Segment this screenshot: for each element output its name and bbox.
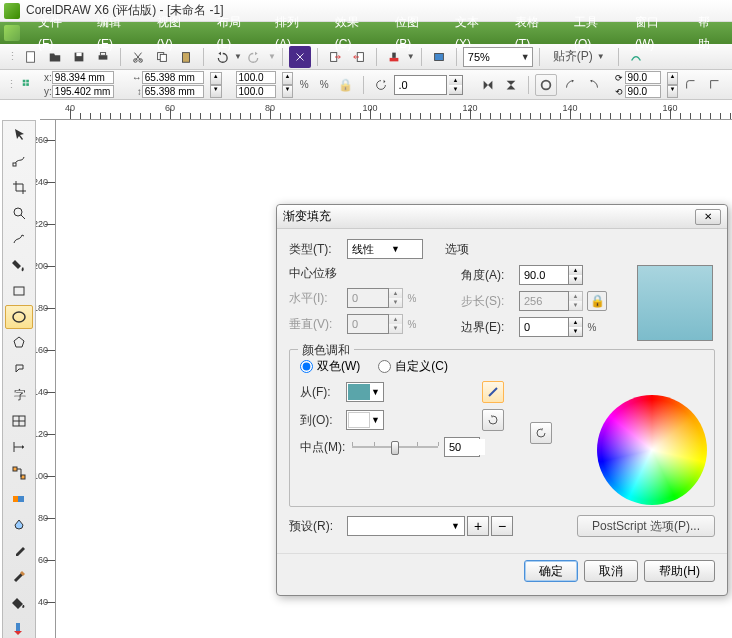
smart-fill-icon[interactable] bbox=[5, 253, 33, 277]
custom-radio[interactable]: 自定义(C) bbox=[378, 358, 448, 375]
close-icon[interactable]: ✕ bbox=[695, 209, 721, 225]
dimension-tool-icon[interactable] bbox=[5, 435, 33, 459]
edge-field[interactable] bbox=[519, 317, 569, 337]
mirror-h-icon[interactable] bbox=[477, 74, 499, 96]
color-wheel[interactable] bbox=[597, 395, 707, 505]
x-input[interactable] bbox=[52, 71, 114, 84]
corner2-input[interactable] bbox=[625, 85, 661, 98]
two-color-radio[interactable]: 双色(W) bbox=[300, 358, 360, 375]
path-ccw-icon[interactable] bbox=[530, 422, 552, 444]
mirror-v-icon[interactable] bbox=[501, 74, 523, 96]
postscript-button[interactable]: PostScript 选项(P)... bbox=[577, 515, 715, 537]
redo-icon[interactable] bbox=[244, 46, 266, 68]
polygon-tool-icon[interactable] bbox=[5, 331, 33, 355]
toolbar-grip[interactable]: ⋮ bbox=[6, 46, 18, 68]
paste-icon[interactable] bbox=[175, 46, 197, 68]
publish-icon[interactable] bbox=[383, 46, 405, 68]
edge-spinner[interactable]: ▲▼ bbox=[569, 317, 583, 337]
preset-input[interactable] bbox=[352, 518, 448, 534]
copy-icon[interactable] bbox=[151, 46, 173, 68]
arc-right-icon[interactable] bbox=[583, 74, 605, 96]
horizontal-ruler[interactable]: /* populated below */ 406080100120140160 bbox=[40, 100, 732, 120]
open-icon[interactable] bbox=[44, 46, 66, 68]
corner1-input[interactable] bbox=[625, 71, 661, 84]
corner-icon-b[interactable] bbox=[704, 74, 726, 96]
undo-icon[interactable] bbox=[210, 46, 232, 68]
dropdown-arrow-icon[interactable]: ▼ bbox=[371, 387, 382, 397]
scale-x-input[interactable] bbox=[236, 71, 276, 84]
angle-input[interactable] bbox=[524, 267, 560, 283]
freehand-tool-icon[interactable] bbox=[5, 227, 33, 251]
print-icon[interactable] bbox=[92, 46, 114, 68]
ok-button[interactable]: 确定 bbox=[524, 560, 578, 582]
from-color-button[interactable]: ▼ bbox=[346, 382, 384, 402]
menu-help[interactable]: 帮助 bbox=[688, 11, 732, 55]
zoom-combo[interactable]: ▼ bbox=[463, 47, 533, 67]
path-cw-icon[interactable] bbox=[482, 409, 504, 431]
vertical-ruler[interactable]: 260240220200180160140120100806040 bbox=[36, 120, 56, 638]
corner-spinner[interactable]: ▲▼ bbox=[667, 72, 679, 98]
interactive-fill-icon[interactable] bbox=[5, 617, 33, 638]
preset-add-button[interactable]: + bbox=[467, 516, 489, 536]
ellipse-tool-icon[interactable] bbox=[5, 305, 33, 329]
blend-tool-icon[interactable] bbox=[5, 487, 33, 511]
table-tool-icon[interactable] bbox=[5, 409, 33, 433]
options-icon[interactable] bbox=[625, 46, 647, 68]
rectangle-tool-icon[interactable] bbox=[5, 279, 33, 303]
two-color-radio-input[interactable] bbox=[300, 360, 313, 373]
zoom-input[interactable] bbox=[468, 49, 518, 65]
rotation-field[interactable] bbox=[394, 75, 447, 95]
custom-radio-input[interactable] bbox=[378, 360, 391, 373]
preset-combo[interactable]: ▼ bbox=[347, 516, 465, 536]
type-combo[interactable]: ▼ bbox=[347, 239, 423, 259]
text-tool-icon[interactable]: 字 bbox=[5, 383, 33, 407]
midpoint-input[interactable] bbox=[449, 439, 485, 455]
corner-icon-a[interactable] bbox=[680, 74, 702, 96]
dropdown-arrow-icon[interactable]: ▼ bbox=[371, 415, 382, 425]
y-input[interactable] bbox=[52, 85, 114, 98]
rotation-input[interactable] bbox=[399, 77, 435, 93]
cut-icon[interactable] bbox=[127, 46, 149, 68]
lock-icon[interactable]: 🔒 bbox=[587, 291, 607, 311]
cancel-button[interactable]: 取消 bbox=[584, 560, 638, 582]
preset-remove-button[interactable]: − bbox=[491, 516, 513, 536]
zoom-tool-icon[interactable] bbox=[5, 201, 33, 225]
type-input[interactable] bbox=[352, 241, 388, 257]
new-icon[interactable] bbox=[20, 46, 42, 68]
round-rect-icon[interactable] bbox=[535, 74, 557, 96]
scale-y-input[interactable] bbox=[236, 85, 276, 98]
slider-thumb[interactable] bbox=[391, 441, 399, 455]
crop-tool-icon[interactable] bbox=[5, 175, 33, 199]
height-input[interactable] bbox=[142, 85, 204, 98]
snap-button[interactable]: 贴齐(P) ▼ bbox=[546, 46, 612, 68]
pick-tool-icon[interactable] bbox=[5, 123, 33, 147]
to-color-button[interactable]: ▼ bbox=[346, 410, 384, 430]
lock-ratio-icon[interactable]: 🔒 bbox=[335, 74, 357, 96]
eyedropper-tool-icon[interactable] bbox=[5, 539, 33, 563]
angle-field[interactable] bbox=[519, 265, 569, 285]
import-icon[interactable] bbox=[324, 46, 346, 68]
help-button[interactable]: 帮助(H) bbox=[644, 560, 715, 582]
connector-tool-icon[interactable] bbox=[5, 461, 33, 485]
fill-tool-icon[interactable] bbox=[5, 591, 33, 615]
save-icon[interactable] bbox=[68, 46, 90, 68]
edge-input[interactable] bbox=[524, 319, 560, 335]
rotation-spinner[interactable]: ▲▼ bbox=[449, 75, 463, 95]
size-spinner[interactable]: ▲▼ bbox=[210, 72, 222, 98]
angle-spinner[interactable]: ▲▼ bbox=[569, 265, 583, 285]
dropdown-arrow-icon[interactable]: ▼ bbox=[518, 52, 530, 62]
path-straight-icon[interactable] bbox=[482, 381, 504, 403]
midpoint-field[interactable] bbox=[444, 437, 480, 457]
export-icon[interactable] bbox=[348, 46, 370, 68]
width-input[interactable] bbox=[142, 71, 204, 84]
shape-tool-icon[interactable] bbox=[5, 149, 33, 173]
dropdown-arrow-icon[interactable]: ▼ bbox=[448, 521, 460, 531]
scale-spinner[interactable]: ▲▼ bbox=[282, 72, 294, 98]
outline-tool-icon[interactable] bbox=[5, 565, 33, 589]
search-icon[interactable] bbox=[289, 46, 311, 68]
launch-icon[interactable] bbox=[428, 46, 450, 68]
dropdown-arrow-icon[interactable]: ▼ bbox=[388, 244, 400, 254]
dialog-titlebar[interactable]: 渐变填充 ✕ bbox=[277, 205, 727, 229]
midpoint-slider[interactable] bbox=[352, 438, 438, 456]
basic-shapes-icon[interactable] bbox=[5, 357, 33, 381]
